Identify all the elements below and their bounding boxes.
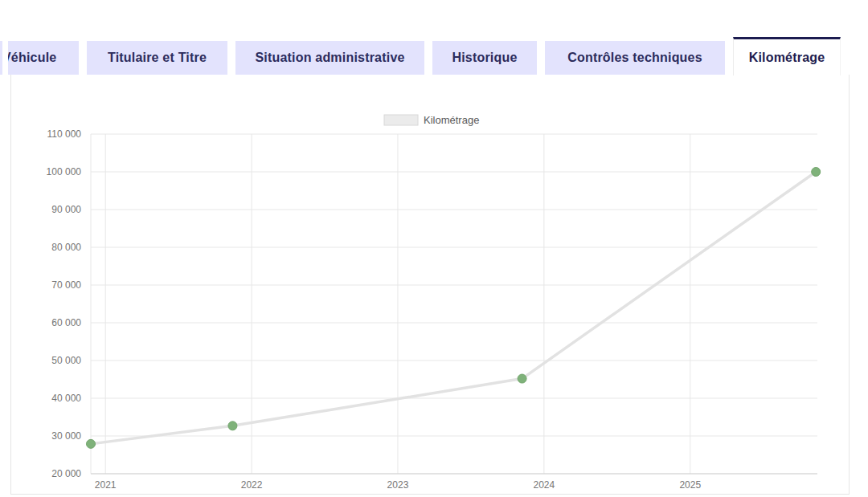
y-tick-label: 70 000 [51, 279, 81, 291]
y-tick-label: 90 000 [51, 204, 81, 215]
tab-titulaire-label: Titulaire et Titre [108, 51, 207, 65]
data-point[interactable] [518, 374, 526, 383]
tab-historique[interactable]: Historique [432, 41, 537, 75]
y-tick-label: 30 000 [51, 430, 81, 442]
x-tick-label: 2023 [387, 479, 409, 491]
x-tick-label: 2025 [679, 479, 701, 491]
y-tick-label: 40 000 [51, 393, 81, 404]
y-tick-label: 80 000 [51, 242, 81, 253]
data-point[interactable] [87, 439, 96, 448]
tab-controles-techniques[interactable]: Contrôles techniques [545, 41, 725, 75]
tab-controles-label: Contrôles techniques [567, 51, 702, 65]
mileage-line [91, 172, 816, 444]
x-tick-label: 2022 [241, 479, 263, 491]
legend-label[interactable]: Kilométrage [424, 114, 479, 126]
tab-bar: Véhicule Titulaire et Titre Situation ad… [0, 0, 868, 75]
tab-historique-label: Historique [452, 51, 517, 65]
y-tick-label: 60 000 [51, 317, 81, 328]
y-tick-label: 50 000 [51, 355, 81, 366]
mileage-chart: 20 00030 00040 00050 00060 00070 00080 0… [0, 75, 868, 497]
y-tick-label: 100 000 [47, 166, 82, 177]
x-tick-label: 2024 [534, 479, 555, 491]
tab-situation-label: Situation administrative [255, 51, 404, 65]
y-tick-label: 20 000 [51, 468, 81, 479]
tab-kilometrage[interactable]: Kilométrage [733, 37, 841, 75]
tab-situation-administrative[interactable]: Situation administrative [235, 41, 424, 75]
legend-swatch[interactable] [384, 115, 418, 125]
x-tick-label: 2021 [95, 479, 117, 491]
tab-overflow-sliver [0, 41, 2, 75]
y-tick-label: 110 000 [47, 128, 82, 140]
data-point[interactable] [812, 168, 821, 177]
data-point[interactable] [228, 422, 237, 430]
tab-vehicule-label: Véhicule [8, 51, 56, 65]
tab-vehicule[interactable]: Véhicule [8, 41, 79, 75]
tab-titulaire-et-titre[interactable]: Titulaire et Titre [87, 41, 227, 75]
tab-kilometrage-label: Kilométrage [749, 51, 825, 65]
